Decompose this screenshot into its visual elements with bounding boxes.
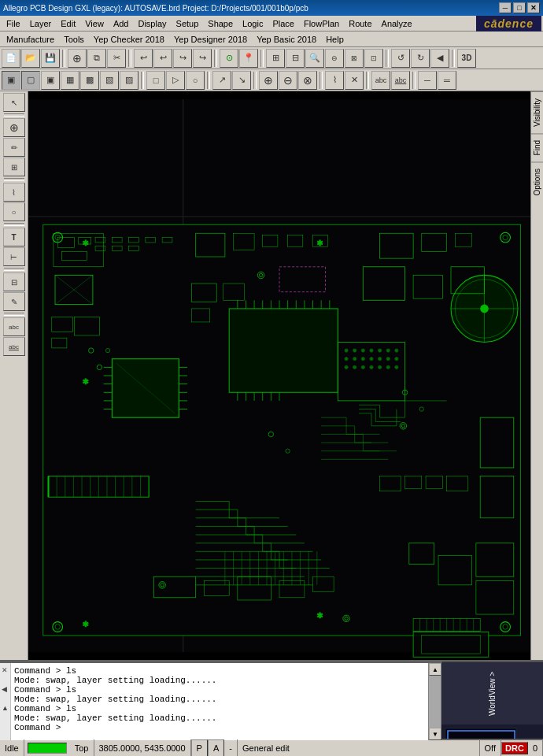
lt-abc1[interactable]: abc — [3, 317, 25, 336]
tb-grid-on[interactable]: ⊞ — [266, 49, 285, 68]
tb-redo2[interactable]: ↪ — [193, 49, 212, 68]
lt-select[interactable]: ↖ — [3, 93, 25, 112]
tb-snap[interactable]: ⊕ — [68, 49, 87, 68]
menu-layer[interactable]: Layer — [25, 17, 57, 30]
title-text: Allegro PCB Design GXL (legacy): AUTOSAV… — [3, 4, 308, 13]
menu-place[interactable]: Place — [268, 17, 299, 30]
tb-sel4[interactable]: ▦ — [61, 71, 79, 90]
menu-analyze[interactable]: Analyze — [377, 17, 417, 30]
tb-minus[interactable]: ⊖ — [279, 71, 297, 90]
tb-zoom-in[interactable]: 🔍 — [305, 49, 324, 68]
tab-options[interactable]: Options — [531, 161, 543, 202]
tab-visibility[interactable]: Visibility — [531, 91, 543, 133]
tb-new[interactable]: 📄 — [2, 49, 20, 68]
tb-arr2[interactable]: ↘ — [232, 71, 251, 90]
lt-draw[interactable]: ✏ — [3, 138, 25, 157]
tb-refresh2[interactable]: ↻ — [411, 49, 430, 68]
menu-yep-basic[interactable]: Yep Basic 2018 — [252, 33, 321, 46]
status-drc-count: 0 — [528, 739, 543, 756]
tb-sel2[interactable]: ▢ — [21, 71, 40, 90]
tb-sel6[interactable]: ▧ — [100, 71, 119, 90]
lt-place[interactable]: ⊞ — [3, 158, 25, 176]
tb-redo1[interactable]: ↪ — [173, 49, 192, 68]
tb-pin[interactable]: 📍 — [239, 49, 258, 68]
tb-line2[interactable]: ═ — [438, 71, 456, 90]
menu-route[interactable]: Route — [344, 17, 376, 30]
pcb-canvas-area[interactable]: ✱ ✱ ✱ ✱ ✱ ✱ ✱ ✱ — [28, 91, 530, 660]
menu-file[interactable]: File — [2, 17, 25, 30]
console-prompt: Command > — [14, 723, 425, 732]
tb-line1[interactable]: ─ — [418, 71, 437, 90]
tb-arrow1[interactable]: ▷ — [166, 71, 185, 90]
status-p[interactable]: P — [191, 739, 208, 756]
tb-delete[interactable]: ✕ — [345, 71, 364, 90]
status-a[interactable]: A — [208, 739, 224, 756]
tb-refresh1[interactable]: ↺ — [391, 49, 410, 68]
svg-rect-171 — [445, 728, 516, 739]
tb-back[interactable]: ◀ — [430, 49, 449, 68]
tb-cut[interactable]: ✂ — [107, 49, 126, 68]
tb-save[interactable]: 💾 — [41, 49, 60, 68]
svg-rect-4 — [43, 225, 520, 636]
menu-yep-designer[interactable]: Yep Designer 2018 — [169, 33, 252, 46]
scroll-down-button[interactable]: ▼ — [429, 728, 441, 740]
svg-text:✱: ✱ — [83, 617, 89, 629]
tab-find[interactable]: Find — [531, 133, 543, 161]
svg-point-133 — [361, 358, 364, 361]
menu-yep-checker[interactable]: Yep Checker 2018 — [89, 33, 169, 46]
tb-undo2[interactable]: ↩ — [153, 49, 172, 68]
tb-plus[interactable]: ⊕ — [259, 71, 278, 90]
tb-sel3[interactable]: ▣ — [41, 71, 60, 90]
menu-display[interactable]: Display — [133, 17, 171, 30]
lt-edit[interactable]: ✎ — [3, 292, 25, 311]
maximize-button[interactable]: □ — [513, 2, 526, 13]
tb-box1[interactable]: □ — [146, 71, 165, 90]
lt-measure[interactable]: ⊢ — [3, 247, 25, 266]
tb-circle[interactable]: ○ — [186, 71, 205, 90]
scroll-up-button[interactable]: ▲ — [429, 663, 441, 676]
tb-sel5[interactable]: ▩ — [80, 71, 99, 90]
menu-edit[interactable]: Edit — [56, 17, 80, 30]
menu-logic[interactable]: Logic — [238, 17, 268, 30]
tb-sel7[interactable]: ▨ — [120, 71, 139, 90]
tb-find[interactable]: ⊙ — [220, 49, 238, 68]
status-drc[interactable]: DRC — [501, 742, 528, 754]
tb-abc2[interactable]: abc — [391, 71, 410, 90]
console-output: Command > ls Mode: swap, layer setting l… — [11, 663, 428, 740]
menu-tools[interactable]: Tools — [59, 33, 89, 46]
tb-sel1[interactable]: ▣ — [2, 71, 20, 90]
scroll-track[interactable] — [429, 676, 441, 728]
menu-flowplan[interactable]: FlowPlan — [299, 17, 344, 30]
tb-copy[interactable]: ⧉ — [87, 49, 106, 68]
lt-abc2[interactable]: abc — [3, 337, 25, 356]
lt-text[interactable]: T — [3, 228, 25, 246]
console-scrollbar[interactable]: ▲ ▼ — [428, 663, 441, 740]
tb-open[interactable]: 📂 — [21, 49, 40, 68]
tb-route-icon[interactable]: ⌇ — [325, 71, 344, 90]
tb-sep2-3 — [253, 72, 257, 89]
lt-via[interactable]: ○ — [3, 202, 25, 221]
tb-zoom-out[interactable]: ⊖ — [325, 49, 344, 68]
menu-setup[interactable]: Setup — [172, 17, 204, 30]
minimize-button[interactable]: ─ — [499, 2, 512, 13]
tb-abc1[interactable]: abc — [371, 71, 390, 90]
status-indicator — [28, 743, 67, 754]
tb-cross[interactable]: ⊗ — [298, 71, 317, 90]
tb-zoom-fit[interactable]: ⊠ — [345, 49, 364, 68]
menu-view[interactable]: View — [80, 17, 109, 30]
tb-grid-off[interactable]: ⊟ — [286, 49, 305, 68]
menu-manufacture[interactable]: Manufacture — [2, 33, 59, 46]
tb-arr1[interactable]: ↗ — [212, 71, 231, 90]
tb-undo1[interactable]: ↩ — [134, 49, 153, 68]
close-button[interactable]: ✕ — [527, 2, 540, 13]
lt-add[interactable]: ⊕ — [3, 118, 25, 137]
lt-route[interactable]: ⌇ — [3, 183, 25, 202]
menu-help[interactable]: Help — [321, 33, 349, 46]
svg-point-131 — [345, 358, 348, 361]
tb-zoom-area[interactable]: ⊡ — [364, 49, 383, 68]
console-line-4: Mode: swap, layer setting loading...... — [14, 695, 425, 704]
menu-shape[interactable]: Shape — [203, 17, 238, 30]
menu-add[interactable]: Add — [109, 17, 134, 30]
tb-3d[interactable]: 3D — [457, 49, 476, 68]
lt-group[interactable]: ⊟ — [3, 272, 25, 291]
